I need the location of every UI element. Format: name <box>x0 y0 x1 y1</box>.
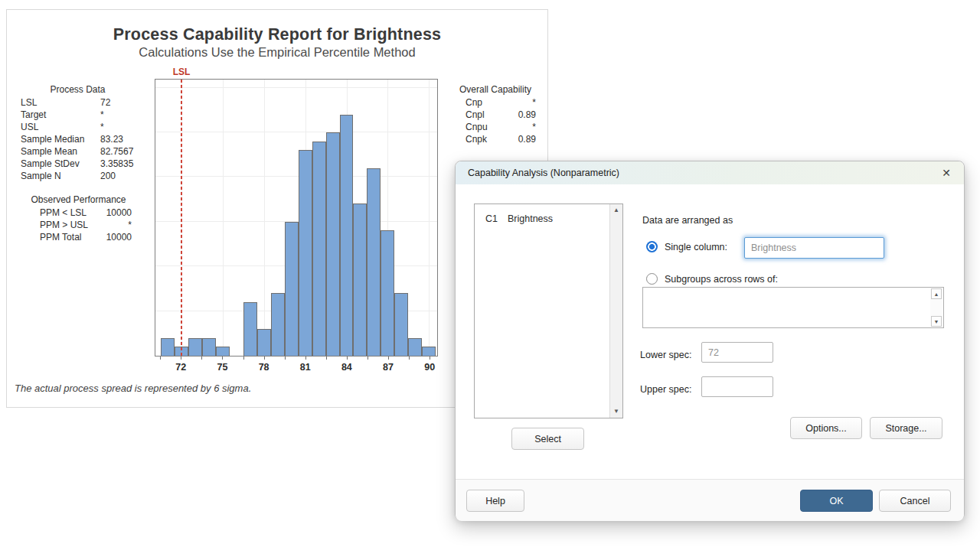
stat-label: USL <box>21 121 100 133</box>
scroll-down-icon[interactable]: ▼ <box>931 316 942 327</box>
stat-value: 3.35835 <box>100 158 133 170</box>
listbox-scrollbar[interactable]: ▲ ▼ <box>609 204 622 418</box>
stat-row: Cnp* <box>455 96 536 109</box>
lsl-line <box>181 80 182 356</box>
stat-value: 72 <box>100 96 110 109</box>
textarea-scrollbar[interactable]: ▲ ▼ <box>930 288 942 327</box>
dialog-footer: Help OK Cancel <box>456 479 964 521</box>
histogram-bar <box>271 293 285 356</box>
stat-label: Cnpl <box>466 109 518 121</box>
stat-label: Sample Mean <box>21 145 100 158</box>
stat-value: 10000 <box>93 207 132 219</box>
overall-capability-rows: Cnp*Cnpl0.89Cnpu*Cnpk0.89 <box>455 96 536 145</box>
stat-row: Cnpl0.89 <box>455 109 536 121</box>
axis-tick-label: 84 <box>341 362 352 373</box>
axis-tick <box>160 357 161 360</box>
histogram-bar <box>299 150 312 356</box>
observed-performance-heading: Observed Performance <box>15 194 132 207</box>
upper-spec-input[interactable] <box>701 376 773 397</box>
stat-label: Cnpk <box>466 133 518 145</box>
single-column-label: Single column: <box>665 242 727 252</box>
histogram-bar <box>394 293 408 356</box>
stat-row: PPM < LSL10000 <box>15 207 132 219</box>
report-title: Process Capability Report for Brightness <box>7 25 547 44</box>
lower-spec-input[interactable] <box>701 342 773 363</box>
stat-value: * <box>100 121 104 133</box>
single-column-radio[interactable] <box>646 241 658 252</box>
storage-button[interactable]: Storage... <box>870 417 942 439</box>
h-gridline <box>155 132 437 132</box>
axis-tick-label: 78 <box>259 362 270 373</box>
stat-value: 0.89 <box>518 133 536 145</box>
subgroups-radio[interactable] <box>646 273 658 285</box>
select-button[interactable]: Select <box>511 428 584 450</box>
stat-value: * <box>532 121 536 133</box>
column-name: Brightness <box>508 213 553 224</box>
options-button[interactable]: Options... <box>790 417 862 439</box>
v-gridline <box>264 80 265 356</box>
stat-row: Cnpk0.89 <box>455 133 536 145</box>
axis-tick <box>264 357 265 360</box>
v-gridline <box>223 80 224 356</box>
stat-value: * <box>532 96 536 109</box>
stat-value: * <box>100 109 104 121</box>
axis-tick <box>285 357 286 360</box>
capability-analysis-dialog: Capability Analysis (Nonparametric) ✕ C1… <box>455 161 965 520</box>
stat-row: Sample N200 <box>15 170 141 182</box>
axis-tick <box>347 357 348 360</box>
scroll-up-icon[interactable]: ▲ <box>931 288 942 299</box>
h-gridline <box>155 87 437 88</box>
stat-row: Cnpu* <box>455 121 536 133</box>
ok-button[interactable]: OK <box>800 490 873 512</box>
subgroups-textarea[interactable]: ▲ ▼ <box>642 287 944 328</box>
lsl-label: LSL <box>173 67 191 77</box>
stat-value: * <box>93 219 132 231</box>
h-gridline <box>155 176 437 177</box>
single-column-input[interactable] <box>744 237 884 259</box>
scroll-down-icon[interactable]: ▼ <box>610 405 622 418</box>
axis-tick <box>305 357 306 360</box>
axis-tick <box>201 357 202 360</box>
stat-label: PPM Total <box>40 231 93 243</box>
stat-label: Sample Median <box>21 133 100 145</box>
stat-value: 200 <box>100 170 116 182</box>
stat-row: Sample Median83.23 <box>15 133 141 145</box>
histogram-bar <box>422 347 436 356</box>
x-axis: 72757881848790 <box>155 357 438 376</box>
axis-tick-label: 87 <box>383 362 394 373</box>
scroll-up-icon[interactable]: ▲ <box>610 204 622 217</box>
stat-row: USL* <box>15 121 141 133</box>
close-icon[interactable]: ✕ <box>939 166 953 180</box>
stat-value: 82.7567 <box>100 145 133 158</box>
dialog-titlebar[interactable]: Capability Analysis (Nonparametric) ✕ <box>456 161 964 184</box>
histogram-bar <box>353 203 367 356</box>
variable-listbox[interactable]: C1 Brightness ▲ ▼ <box>474 203 623 418</box>
histogram-bar <box>408 338 422 356</box>
histogram-bar <box>312 142 326 356</box>
observed-performance-rows: PPM < LSL10000PPM > USL*PPM Total10000 <box>15 207 132 243</box>
list-item[interactable]: C1 Brightness <box>485 213 553 224</box>
axis-tick <box>326 357 327 360</box>
dialog-title: Capability Analysis (Nonparametric) <box>468 168 619 178</box>
observed-performance-block: Observed Performance PPM < LSL10000PPM >… <box>15 194 132 243</box>
stat-row: Sample StDev3.35835 <box>15 158 141 170</box>
histogram-bar <box>243 302 257 356</box>
stat-row: Sample Mean82.7567 <box>15 145 141 158</box>
histogram-bar <box>285 222 299 356</box>
axis-tick-label: 72 <box>175 362 186 373</box>
axis-tick-label: 75 <box>217 362 227 373</box>
upper-spec-label: Upper spec: <box>640 384 691 395</box>
stat-row: LSL72 <box>15 96 141 109</box>
stat-row: Target* <box>15 109 141 121</box>
histogram-bar <box>381 230 394 356</box>
help-button[interactable]: Help <box>466 490 524 512</box>
stat-value: 0.89 <box>518 109 536 121</box>
stat-label: Target <box>21 109 100 121</box>
axis-tick <box>243 357 244 360</box>
cancel-button[interactable]: Cancel <box>879 490 951 512</box>
arranged-label: Data are arranged as <box>642 215 733 226</box>
stat-label: Cnpu <box>466 121 532 133</box>
column-id: C1 <box>485 213 498 224</box>
axis-tick-label: 90 <box>424 362 435 373</box>
histogram-bar <box>216 347 230 356</box>
